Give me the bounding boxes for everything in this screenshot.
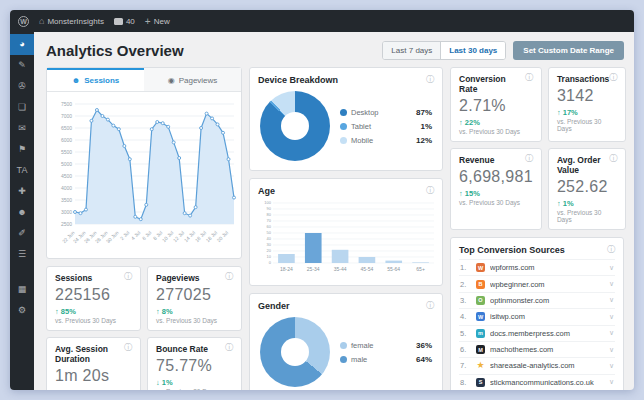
legend-dot — [340, 123, 347, 130]
source-favicon-icon: O — [476, 296, 485, 305]
comments-icon: ✉ — [18, 124, 26, 133]
tab-pageviews[interactable]: ◉ Pageviews — [144, 68, 241, 91]
source-rank: 8. — [460, 378, 471, 387]
chevron-down-icon[interactable]: ∨ — [609, 346, 614, 354]
sidebar-item-text-tools[interactable]: TA — [10, 160, 34, 181]
legend-value: 12% — [416, 136, 432, 145]
info-icon[interactable]: ⓘ — [426, 187, 434, 195]
svg-text:6500: 6500 — [61, 125, 72, 131]
legend-row: Desktop87% — [340, 108, 432, 117]
sidebar-item-media[interactable]: ✇ — [10, 76, 34, 97]
conversion-source-row[interactable]: 5.mdocs.memberpress.com∨ — [459, 325, 615, 341]
sidebar-item-settings[interactable]: ☰ — [10, 244, 34, 265]
conversion-source-row[interactable]: 7.★shareasale-analytics.com∨ — [459, 357, 615, 373]
site-menu[interactable]: ⌂ MonsterInsights — [39, 16, 104, 26]
source-rank: 3. — [460, 296, 471, 305]
sidebar-item-tools[interactable]: ✐ — [10, 223, 34, 244]
pages-icon: ❏ — [18, 103, 26, 112]
legend-label: male — [351, 355, 412, 364]
stat-card-head: Sessionsⓘ — [55, 273, 132, 283]
plugins-icon: ✚ — [18, 187, 26, 196]
wp-admin-bar: W ⌂ MonsterInsights 40 + New — [10, 10, 634, 32]
stat-comparison-label: vs. Previous 30 Days — [557, 209, 617, 223]
sidebar-item-posts[interactable]: ✎ — [10, 55, 34, 76]
conversion-source-row[interactable]: 1.Wwpforms.com∨ — [459, 259, 615, 275]
sidebar-item-pages[interactable]: ❏ — [10, 97, 34, 118]
stat-value: 252.62 — [557, 178, 617, 196]
source-domain: shareasale-analytics.com — [490, 361, 604, 370]
sidebar-item-collapse[interactable]: ⚙ — [10, 300, 34, 321]
source-domain: machothemes.com — [490, 345, 604, 354]
chevron-down-icon[interactable]: ∨ — [609, 296, 614, 304]
stat-value: 2.71% — [459, 97, 533, 115]
new-content-menu[interactable]: + New — [145, 16, 170, 27]
device-legend: Desktop87%Tablet1%Mobile12% — [340, 108, 432, 145]
appearance-icon: ⚑ — [18, 145, 26, 154]
left-stat-cards: Sessionsⓘ225156↑ 85%vs. Previous 30 Days… — [46, 266, 242, 390]
stat-label: Avg. Session Duration — [55, 344, 124, 364]
info-icon[interactable]: ⓘ — [426, 302, 434, 310]
conversion-source-row[interactable]: 4.Wisitwp.com∨ — [459, 308, 615, 324]
sidebar-item-users[interactable]: ☻ — [10, 202, 34, 223]
panel-title: Device Breakdown — [258, 75, 338, 85]
left-column: ☻ Sessions ◉ Pageviews 25003000350040004… — [46, 67, 242, 390]
tab-sessions[interactable]: ☻ Sessions — [47, 68, 144, 91]
chevron-down-icon[interactable]: ∨ — [609, 313, 614, 321]
info-icon[interactable]: ⓘ — [426, 76, 434, 84]
svg-text:4500: 4500 — [61, 173, 72, 179]
chevron-down-icon[interactable]: ∨ — [609, 264, 614, 272]
stat-card-head: Avg. Order Valueⓘ — [557, 155, 617, 175]
info-icon[interactable]: ⓘ — [609, 155, 617, 163]
age-panel: Age ⓘ 010203040506070809010018-2425-3435… — [249, 178, 443, 286]
info-icon[interactable]: ⓘ — [607, 246, 615, 254]
sidebar-item-dashboard[interactable]: ◕ — [10, 34, 34, 55]
chevron-down-icon[interactable]: ∨ — [609, 280, 614, 288]
conversion-source-row[interactable]: 2.Bwpbeginner.com∨ — [459, 275, 615, 291]
sidebar-item-comments[interactable]: ✉ — [10, 118, 34, 139]
stat-label: Revenue — [459, 155, 494, 165]
svg-text:12 Jul: 12 Jul — [172, 229, 186, 243]
source-domain: stickmancommunications.co.uk — [490, 378, 604, 387]
stat-label: Conversion Rate — [459, 74, 525, 94]
stat-value: 75.77% — [156, 357, 233, 375]
svg-text:30 Jun: 30 Jun — [105, 229, 120, 244]
last-30-days-button[interactable]: Last 30 days — [440, 42, 505, 59]
source-rank: 4. — [460, 312, 471, 321]
svg-text:55-64: 55-64 — [387, 266, 400, 272]
sessions-chart-panel: ☻ Sessions ◉ Pageviews 25003000350040004… — [46, 67, 242, 259]
legend-value: 1% — [420, 122, 432, 131]
info-icon[interactable]: ⓘ — [225, 344, 233, 352]
svg-text:4 Jul: 4 Jul — [130, 229, 142, 241]
svg-text:3000: 3000 — [61, 209, 72, 215]
stat-comparison-label: vs. Previous 30 Days — [459, 128, 533, 135]
info-icon[interactable]: ⓘ — [124, 344, 132, 352]
svg-text:18 Jul: 18 Jul — [205, 229, 219, 243]
stat-comparison-label: vs. Previous 30 Days — [459, 199, 533, 206]
info-icon[interactable]: ⓘ — [225, 273, 233, 281]
conversion-source-row[interactable]: 8.Sstickmancommunications.co.uk∨ — [459, 374, 615, 390]
sidebar-item-addons[interactable]: ▦ — [10, 279, 34, 300]
conversion-source-row[interactable]: 3.Ooptinmonster.com∨ — [459, 292, 615, 308]
info-icon[interactable]: ⓘ — [609, 74, 617, 82]
chevron-down-icon[interactable]: ∨ — [609, 362, 614, 370]
info-icon[interactable]: ⓘ — [525, 155, 533, 163]
date-range-toggle: Last 7 days Last 30 days — [382, 41, 506, 60]
set-custom-date-range-button[interactable]: Set Custom Date Range — [513, 41, 624, 60]
sidebar-item-appearance[interactable]: ⚑ — [10, 139, 34, 160]
info-icon[interactable]: ⓘ — [525, 74, 533, 82]
svg-text:45-54: 45-54 — [361, 266, 374, 272]
site-name: MonsterInsights — [47, 17, 103, 26]
wp-admin-sidebar: ◕✎✇❏✉⚑TA✚☻✐☰▦⚙ — [10, 32, 34, 390]
comments-menu[interactable]: 40 — [114, 17, 135, 26]
wp-logo-menu[interactable]: W — [18, 16, 29, 27]
conversion-source-row[interactable]: 6.Mmachothemes.com∨ — [459, 341, 615, 357]
chevron-down-icon[interactable]: ∨ — [609, 329, 614, 337]
sidebar-item-plugins[interactable]: ✚ — [10, 181, 34, 202]
info-icon[interactable]: ⓘ — [124, 273, 132, 281]
chevron-down-icon[interactable]: ∨ — [609, 378, 614, 386]
svg-text:30: 30 — [267, 242, 272, 247]
svg-text:5500: 5500 — [61, 149, 72, 155]
last-7-days-button[interactable]: Last 7 days — [383, 42, 440, 59]
chart-tabs: ☻ Sessions ◉ Pageviews — [47, 68, 241, 92]
source-favicon-icon: ★ — [476, 361, 485, 370]
